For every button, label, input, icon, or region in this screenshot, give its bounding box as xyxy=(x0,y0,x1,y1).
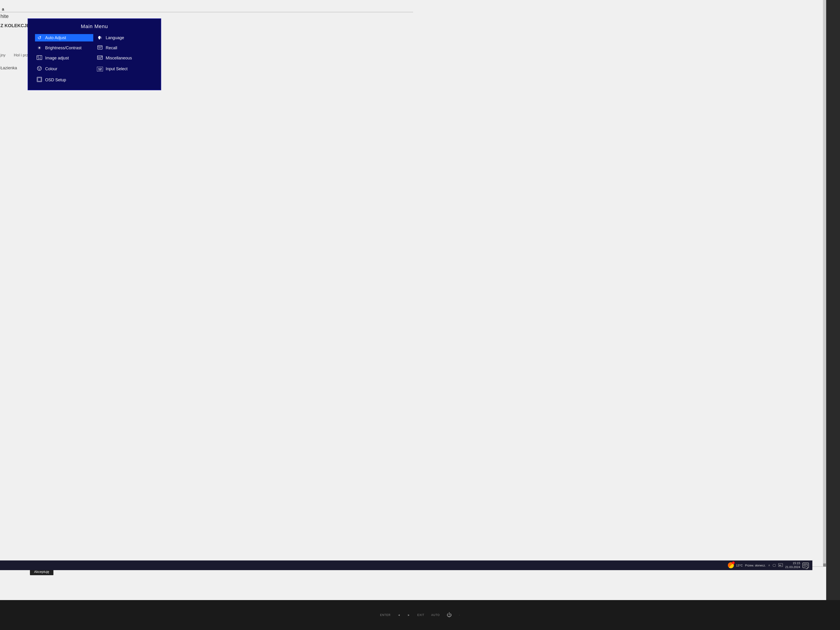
osd-label-miscellaneous: Miscellaneous xyxy=(106,56,132,60)
svg-rect-11 xyxy=(101,56,102,57)
osd-label-osd-setup: OSD Setup xyxy=(45,77,66,82)
osd-label-auto-adjust: Auto Adjust xyxy=(45,35,66,40)
weather-icon: 1 xyxy=(728,562,734,568)
brightness-icon: ☀ xyxy=(36,45,43,51)
osd-menu: Main Menu ↺ Auto Adjust 🗣 Language ☀ Bri… xyxy=(28,19,161,90)
osd-label-brightness: Brightness/Contrast xyxy=(45,46,82,51)
osd-item-image-adjust[interactable]: Image adjust xyxy=(35,54,93,62)
monitor-bezel-bottom: ENTER ◄ ► EXIT AUTO ⏻ · xyxy=(0,600,840,630)
date-display: 21.03.2024 xyxy=(785,565,800,569)
svg-point-16 xyxy=(40,68,41,68)
system-tray: 1 13°C Przew. słonecz. ∧ 🖵 ■x 15:15 21.0… xyxy=(728,561,809,569)
osd-item-colour[interactable]: Colour xyxy=(35,65,93,73)
browser-background: a hite Z KOLEKCJĘ > jny Hol i prze Łazie… xyxy=(0,0,826,600)
svg-rect-22 xyxy=(804,564,808,566)
volume-muted-icon[interactable]: ■x xyxy=(778,563,783,568)
svg-text:■x: ■x xyxy=(779,564,782,567)
osd-label-colour: Colour xyxy=(45,66,57,71)
dot-indicator: · xyxy=(459,613,460,617)
input-select-icon: 12 xyxy=(97,67,103,71)
weather-description: Przew. słonecz. xyxy=(745,564,766,567)
osd-setup-icon xyxy=(36,77,43,83)
chat-icon[interactable] xyxy=(802,562,809,568)
display-icon[interactable]: 🖵 xyxy=(772,564,776,567)
svg-rect-19 xyxy=(38,78,41,81)
osd-item-brightness-contrast[interactable]: ☀ Brightness/Contrast xyxy=(35,44,93,52)
colour-icon xyxy=(36,66,43,72)
osd-label-recall: Recall xyxy=(106,46,117,51)
image-adjust-icon xyxy=(36,55,43,61)
auto-button-label[interactable]: AUTO xyxy=(431,613,440,617)
language-icon: 🗣 xyxy=(97,35,103,41)
osd-item-osd-setup[interactable]: OSD Setup xyxy=(35,76,93,84)
scrollbar-thumb[interactable] xyxy=(823,564,826,567)
browser-text-lazienka: Łazienka xyxy=(0,66,17,71)
osd-item-auto-adjust[interactable]: ↺ Auto Adjust xyxy=(35,34,93,41)
monitor-right-panel xyxy=(826,0,840,600)
right-button-label[interactable]: ► xyxy=(407,613,411,617)
exit-button-label[interactable]: EXIT xyxy=(417,613,425,617)
browser-text-jny: jny xyxy=(0,53,6,58)
svg-point-17 xyxy=(39,69,40,70)
osd-item-miscellaneous[interactable]: Miscellaneous xyxy=(96,54,154,62)
left-button-label[interactable]: ◄ xyxy=(398,613,400,617)
enter-button-label[interactable]: ENTER xyxy=(380,613,391,617)
osd-title: Main Menu xyxy=(35,24,154,30)
power-button[interactable]: ⏻ xyxy=(447,612,452,618)
osd-empty-cell xyxy=(96,76,154,84)
svg-rect-4 xyxy=(37,55,42,60)
time-display: 15:15 xyxy=(785,561,800,565)
weather-badge: 1 xyxy=(732,561,735,564)
osd-item-recall[interactable]: Recall xyxy=(96,44,154,52)
osd-grid: ↺ Auto Adjust 🗣 Language ☀ Brightness/Co… xyxy=(35,34,154,84)
screen: a hite Z KOLEKCJĘ > jny Hol i prze Łazie… xyxy=(0,0,826,600)
miscellaneous-icon xyxy=(97,55,103,61)
browser-text-a: a xyxy=(2,7,4,12)
weather-widget[interactable]: 1 xyxy=(728,562,734,568)
osd-label-input-select: Input Select xyxy=(106,66,128,71)
osd-label-language: Language xyxy=(106,35,124,40)
svg-point-15 xyxy=(38,68,39,68)
time-date[interactable]: 15:15 21.03.2024 xyxy=(785,561,800,569)
windows-taskbar: 1 13°C Przew. słonecz. ∧ 🖵 ■x 15:15 21.0… xyxy=(0,561,812,570)
recall-icon xyxy=(97,45,103,51)
auto-adjust-icon: ↺ xyxy=(36,35,43,41)
osd-item-input-select[interactable]: 12 Input Select xyxy=(96,65,154,73)
osd-item-language[interactable]: 🗣 Language xyxy=(96,34,154,41)
osd-label-image-adjust: Image adjust xyxy=(45,56,69,60)
browser-text-hite: hite xyxy=(0,13,8,19)
tray-chevron-icon[interactable]: ∧ xyxy=(768,564,770,567)
scrollbar[interactable] xyxy=(823,0,826,567)
temperature-text: 13°C xyxy=(736,564,743,567)
